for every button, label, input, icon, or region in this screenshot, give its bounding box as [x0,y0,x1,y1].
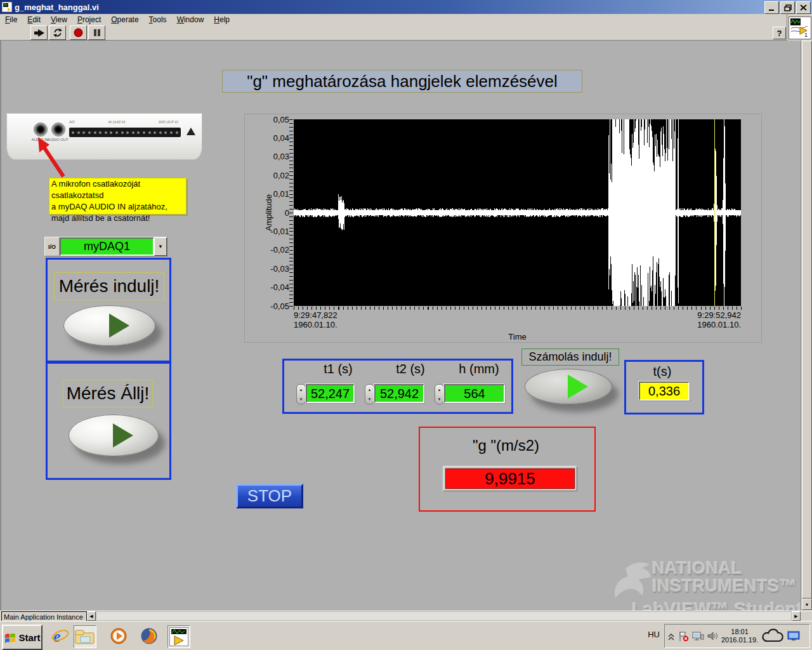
measure-start-label: Mérés indulj! [54,272,164,300]
device-name-field[interactable]: myDAQ1 [60,237,154,256]
y-tick-label: 0,04 [255,134,289,142]
y-axis-tick-marks [289,119,293,307]
firefox-icon[interactable] [138,625,160,647]
y-tick-label: 0,05 [255,116,289,124]
abort-button[interactable] [70,25,87,40]
toolbar [0,25,787,41]
t2-field[interactable]: 52,942 [374,384,424,403]
g-field: 9,9915 [445,468,575,489]
esd-warning-icon [187,128,195,135]
horizontal-scrollbar[interactable] [96,611,792,621]
h-field[interactable]: 564 [444,384,505,403]
t1-label: t1 (s) [310,362,367,376]
measure-stop-group: Mérés Állj! [46,361,171,480]
t2-stepper[interactable]: ▲▼ [365,384,374,404]
labview-icon[interactable] [167,625,190,648]
h-label: h (mm) [450,362,508,376]
t1-stepper[interactable]: ▲▼ [296,384,306,404]
action-center-flag-icon[interactable] [678,631,689,642]
y-tick-label: -0,04 [255,283,289,291]
vertical-scrollbar-thumb[interactable] [802,41,812,599]
device-selector[interactable]: I/O myDAQ1 ▼ [44,237,167,256]
file-explorer-icon[interactable] [74,625,96,648]
minimize-button[interactable] [764,1,779,14]
y-tick-label: -0,02 [255,246,289,254]
window-controls [764,1,811,14]
y-tick-label: -0,05 [255,302,289,310]
restore-button[interactable] [780,1,795,14]
scroll-left-button[interactable]: ◀ [87,611,96,621]
measure-start-group: Mérés indulj! [46,258,171,364]
scrollbar-corner [801,611,812,621]
display-icon[interactable] [787,630,800,642]
measure-start-button[interactable] [63,305,155,346]
menu-window[interactable]: Window [172,15,209,25]
network-icon[interactable] [692,631,704,641]
menu-tools[interactable]: Tools [144,15,172,25]
internet-explorer-icon[interactable]: e [49,625,71,647]
context-help-button[interactable]: ? [773,27,786,39]
calc-start-label: Számolás indulj! [521,348,619,366]
slide-switch-icon [113,423,133,448]
close-button[interactable] [796,1,811,14]
y-tick-label: 0,01 [255,190,289,198]
calc-start-button[interactable] [525,369,612,404]
cloud-icon[interactable] [761,628,784,644]
system-tray: 18:01 2016.01.19. [664,624,810,648]
t-result-group: t(s) 0,336 [624,360,704,415]
chevron-up-icon[interactable] [667,632,675,640]
terminal-strip [69,128,181,137]
pause-button[interactable] [88,25,105,40]
front-panel: "g" meghatározása hangjelek elemzésével … [0,41,801,611]
stop-button[interactable]: STOP [236,484,303,508]
vertical-scrollbar[interactable]: ▼ [801,41,812,611]
audio-out-jack [51,123,65,136]
x-axis-start-label: 9:29:47,8221960.01.10. [294,310,337,329]
window-title: g_meghat_hanggal.vi [15,3,99,12]
audio-in-jack [34,123,48,136]
y-tick-label: 0,02 [255,171,289,180]
instruction-note: A mikrofon csatlakozóját csatlakoztatsd … [49,178,187,215]
g-result-group: "g "(m/s2) 9,9915 [419,427,596,512]
menu-help[interactable]: Help [209,15,235,25]
slide-switch-icon [568,375,588,399]
media-player-icon[interactable] [108,625,129,647]
dropdown-arrow-icon[interactable]: ▼ [154,237,167,256]
y-tick-label: 0 [255,209,289,217]
menu-project[interactable]: Project [72,15,106,25]
title-bar[interactable]: g_meghat_hanggal.vi [0,0,812,14]
y-tick-label: -0,01 [255,227,289,235]
scroll-down-button[interactable]: ▼ [802,599,812,610]
wm-line1: NATIONAL [652,560,742,577]
t1-field[interactable]: 52,247 [306,384,355,403]
page-title: "g" meghatározása hangjelek elemzésével [222,70,582,93]
run-button[interactable] [30,25,48,40]
volume-icon[interactable] [707,631,718,641]
language-indicator[interactable]: HU [648,630,660,639]
time-inputs-group: t1 (s) t2 (s) h (mm) ▲▼ 52,247 ▲▼ 52,942… [282,359,513,414]
plot-area [294,119,741,306]
clock[interactable]: 18:01 2016.01.19. [721,628,758,644]
vi-instance-badge: 1 [804,32,808,38]
scroll-right-button[interactable]: ▶ [792,611,801,621]
app-icon [2,2,12,12]
t-field: 0,336 [639,381,690,401]
measure-stop-label: Mérés Állj! [63,380,153,408]
run-continuous-button[interactable] [49,25,66,40]
x-axis-tick-marks [294,307,742,310]
ni-eagle-logo [612,559,651,600]
status-bar: Main Application Instance ◀ ▶ [0,611,812,621]
menu-edit[interactable]: Edit [22,15,46,25]
h-stepper[interactable]: ▲▼ [435,384,444,404]
measure-stop-button[interactable] [69,415,159,456]
start-button[interactable]: Start [2,625,43,650]
menu-file[interactable]: File [0,15,22,25]
g-label: "g "(m/s2) [420,437,592,454]
menu-bar: FileEditViewProjectOperateToolsWindowHel… [0,14,787,26]
t-label: t(s) [626,364,698,379]
pointer-arrow [33,136,71,180]
taskbar: Start HU 18:01 2016.01.19. e [0,621,812,650]
menu-view[interactable]: View [46,15,72,25]
menu-operate[interactable]: Operate [106,15,143,25]
y-tick-label: -0,03 [255,265,289,273]
